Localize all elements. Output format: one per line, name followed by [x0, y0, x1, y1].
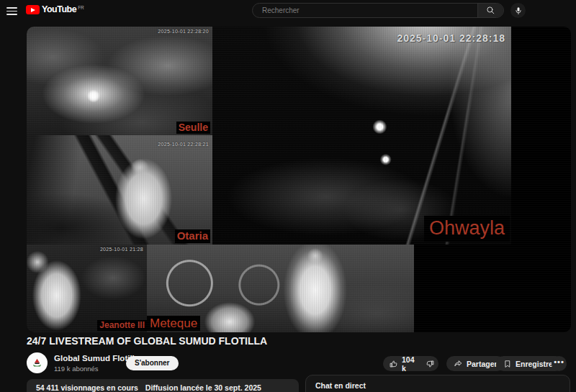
video-title: 24/7 LIVESTREAM OF GLOBAL SUMUD FLOTILLA [27, 335, 531, 347]
share-icon [454, 359, 463, 368]
concurrent-viewers: 54 411 visionnages en cours [36, 383, 138, 392]
boat-name-label: Ohwayla [424, 216, 510, 242]
boat-name-label: Jeanotte III [97, 320, 147, 331]
camera-feed-seulle: 2025-10-01 22:28:20 Seulle [27, 27, 212, 135]
channel-logo-icon [31, 357, 43, 369]
subscriber-count: 119 k abonnés [54, 365, 99, 373]
boat-name-label: Meteque [147, 316, 200, 331]
thumb-down-icon [426, 360, 434, 368]
description-box[interactable]: 54 411 visionnages en cours Diffusion la… [27, 379, 299, 392]
feed-timestamp: 2025-10-01 22:28:21 [158, 142, 209, 147]
country-badge: FR [78, 5, 84, 10]
save-label: Enregistrer [516, 360, 556, 368]
camera-feed-ohwayla: 2025-10-01 22:28:18 Ohwayla [212, 27, 511, 245]
youtube-logo[interactable]: YouTube FR [26, 5, 84, 14]
more-actions-button[interactable]: ••• [552, 356, 567, 371]
thumb-up-icon [390, 360, 398, 368]
subscribe-button[interactable]: S'abonner [126, 356, 179, 370]
youtube-logo-text: YouTube [42, 5, 76, 14]
bookmark-icon [503, 360, 512, 368]
live-chat-panel[interactable]: Chat en direct [305, 375, 570, 392]
live-chat-header: Chat en direct [306, 375, 570, 392]
camera-feed-otaria: 2025-10-01 22:28:21 Otaria [27, 135, 212, 245]
feed-timestamp: 2025-10-01 22:28:20 [158, 29, 209, 34]
search-input[interactable] [253, 4, 477, 17]
youtube-watch-page: YouTube FR 2025-10-01 22:28:20 Seulle [0, 0, 576, 392]
youtube-play-icon [26, 5, 40, 14]
feed-timestamp: 2025-10-01 22:28:18 [397, 32, 505, 44]
share-label: Partager [467, 360, 498, 368]
camera-feed-meteque: Meteque [147, 245, 414, 332]
feed-timestamp: 2025-10-01 21:28 [100, 247, 143, 252]
stream-start-date: Diffusion lancée le 30 sept. 2025 [145, 383, 261, 392]
voice-search-button[interactable] [510, 3, 526, 18]
dislike-button[interactable] [420, 356, 441, 371]
camera-feed-jeanotte: 2025-10-01 21:28 Jeanotte III [27, 245, 147, 332]
top-bar: YouTube FR [0, 0, 576, 23]
menu-icon[interactable] [6, 7, 17, 15]
like-button[interactable]: 104 k [383, 356, 420, 371]
like-count: 104 k [402, 355, 415, 373]
boat-name-label: Otaria [175, 229, 210, 243]
channel-avatar[interactable] [27, 352, 48, 373]
microphone-icon [514, 6, 523, 15]
like-dislike-pill: 104 k [383, 356, 438, 371]
search-icon [486, 6, 495, 15]
video-player[interactable]: 2025-10-01 22:28:20 Seulle 2025-10-01 22… [27, 27, 571, 332]
search-bar [252, 3, 504, 18]
boat-name-label: Seulle [176, 122, 210, 135]
search-button[interactable] [477, 4, 503, 17]
